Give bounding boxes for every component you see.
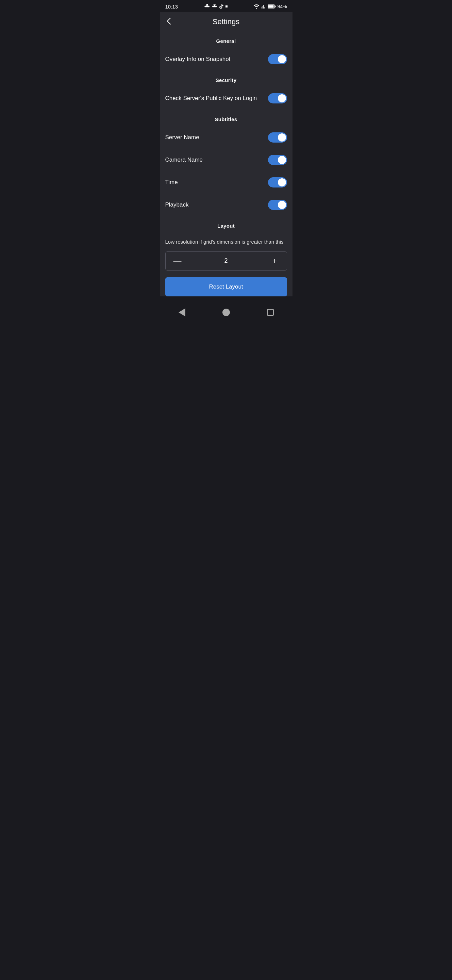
svg-rect-1	[268, 5, 274, 8]
stepper-increment-button[interactable]: +	[263, 252, 287, 270]
plus-icon: +	[272, 256, 277, 266]
settings-content: General Overlay Info on Snapshot Securit…	[160, 31, 292, 296]
minus-icon: —	[173, 256, 182, 266]
server-name-label: Server Name	[165, 134, 199, 141]
overlay-info-toggle[interactable]	[268, 54, 287, 64]
notification-icons	[204, 3, 228, 10]
check-server-key-slider	[268, 93, 287, 103]
battery-icon	[268, 4, 276, 9]
setting-camera-name: Camera Name	[160, 149, 292, 171]
setting-check-server-key: Check Server's Public Key on Login	[160, 87, 292, 110]
section-layout-header: Layout	[160, 216, 292, 233]
overlay-info-slider	[268, 54, 287, 64]
camera-name-toggle[interactable]	[268, 155, 287, 165]
back-nav-icon	[179, 308, 186, 317]
nav-back-button[interactable]	[174, 307, 190, 318]
setting-server-name: Server Name	[160, 126, 292, 149]
nav-recents-button[interactable]	[262, 307, 279, 318]
stepper-decrement-button[interactable]: —	[166, 252, 189, 270]
overlay-info-label: Overlay Info on Snapshot	[165, 56, 231, 63]
section-subtitles-header: Subtitles	[160, 110, 292, 126]
signal-icon	[261, 4, 266, 9]
check-server-key-toggle[interactable]	[268, 93, 287, 103]
playback-slider	[268, 200, 287, 210]
status-time: 10:13	[165, 4, 178, 10]
section-general-header: General	[160, 31, 292, 48]
server-name-toggle[interactable]	[268, 132, 287, 143]
time-slider	[268, 177, 287, 188]
status-bar: 10:13 94%	[160, 0, 292, 12]
mosque-icon-1	[204, 3, 210, 10]
status-right-icons: 94%	[254, 4, 287, 9]
reset-layout-button[interactable]: Reset Layout	[165, 277, 287, 296]
playback-toggle[interactable]	[268, 200, 287, 210]
back-arrow-icon	[167, 18, 171, 24]
server-name-slider	[268, 132, 287, 143]
grid-dimension-stepper: — 2 +	[165, 251, 287, 270]
mosque-icon-2	[211, 3, 217, 10]
tiktok-icon	[219, 4, 224, 9]
nav-home-button[interactable]	[218, 307, 234, 318]
battery-percentage: 94%	[277, 4, 287, 9]
camera-name-label: Camera Name	[165, 156, 203, 163]
time-label: Time	[165, 179, 178, 186]
setting-overlay-info: Overlay Info on Snapshot	[160, 48, 292, 70]
check-server-key-label: Check Server's Public Key on Login	[165, 95, 257, 102]
wifi-icon	[254, 4, 260, 9]
section-security-header: Security	[160, 70, 292, 87]
bottom-navigation	[160, 303, 292, 323]
setting-time: Time	[160, 171, 292, 194]
svg-rect-2	[275, 5, 276, 7]
camera-name-slider	[268, 155, 287, 165]
setting-playback: Playback	[160, 194, 292, 216]
layout-description: Low resolution if grid's dimension is gr…	[160, 233, 292, 250]
time-toggle[interactable]	[268, 177, 287, 188]
stepper-value-display: 2	[189, 252, 263, 270]
dot-indicator	[225, 5, 228, 8]
playback-label: Playback	[165, 202, 189, 208]
page-title: Settings	[165, 18, 287, 26]
home-nav-icon	[222, 309, 230, 316]
header: Settings	[160, 12, 292, 31]
back-button[interactable]	[165, 16, 172, 27]
recents-nav-icon	[267, 309, 274, 316]
